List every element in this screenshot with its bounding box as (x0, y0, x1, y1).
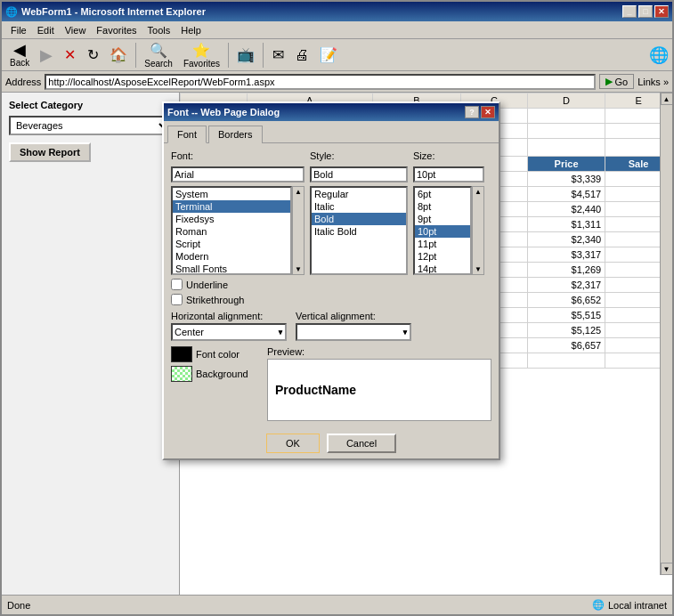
scroll-down[interactable]: ▼ (474, 264, 483, 274)
list-item[interactable]: System (173, 188, 290, 200)
font-list-scrollbar[interactable]: ▲ ▼ (292, 186, 305, 275)
stop-button[interactable]: ✕ (59, 44, 80, 66)
edit-button[interactable]: 📝 (315, 44, 342, 66)
font-color-row: Font color (171, 346, 260, 362)
preview-section: Preview: ProductName (267, 346, 491, 421)
menu-view[interactable]: View (60, 24, 92, 36)
tab-font[interactable]: Font (167, 126, 207, 143)
horiz-align-label: Horizontal alignment: (171, 311, 287, 321)
media-icon: 📺 (237, 46, 255, 63)
toolbar: ◀ Back ▶ ✕ ↻ 🏠 🔍 Search ⭐ Favorites 📺 (2, 39, 672, 71)
back-button[interactable]: ◀ Back (5, 39, 34, 70)
list-item[interactable]: Regular (312, 188, 406, 200)
menu-help[interactable]: Help (175, 24, 207, 36)
list-item[interactable]: 6pt (415, 188, 470, 200)
dialog-body: Font: Style: Size: (164, 143, 499, 428)
mail-icon: ✉ (272, 46, 284, 63)
size-list-scrollbar[interactable]: ▲ ▼ (472, 186, 484, 275)
separator3 (263, 43, 264, 68)
ok-button[interactable]: OK (266, 434, 320, 453)
dialog-tabs: Font Borders (164, 121, 499, 143)
list-item[interactable]: Italic (312, 200, 406, 213)
home-icon: 🏠 (110, 46, 127, 63)
list-item[interactable]: Italic Bold (312, 225, 406, 238)
search-button[interactable]: 🔍 Search (140, 39, 177, 71)
font-dialog: Font -- Web Page Dialog ? ✕ Font Borders (162, 101, 500, 460)
dialog-title: Font -- Web Page Dialog (167, 107, 280, 118)
font-listbox[interactable]: System Terminal Fixedsys Roman Script Mo… (171, 186, 292, 275)
maximize-button[interactable]: □ (638, 5, 653, 18)
list-item[interactable]: 9pt (415, 213, 470, 225)
size-input-col (413, 166, 484, 182)
strikethrough-checkbox[interactable] (171, 294, 183, 305)
font-color-box[interactable] (171, 346, 192, 362)
size-listbox[interactable]: 6pt 8pt 9pt 10pt 11pt 12pt 14pt 16pt 18p… (413, 186, 472, 275)
list-item[interactable]: 12pt (415, 250, 470, 263)
favorites-button[interactable]: ⭐ Favorites (179, 39, 224, 71)
font-listbox-wrapper: System Terminal Fixedsys Roman Script Mo… (171, 186, 305, 275)
window-title: WebForm1 - Microsoft Internet Explorer (21, 6, 622, 17)
style-listbox[interactable]: Regular Italic Bold Italic Bold (310, 186, 408, 275)
dialog-close-button[interactable]: ✕ (481, 106, 495, 118)
alignment-row: Horizontal alignment: Center Left Right … (171, 311, 491, 341)
menu-tools[interactable]: Tools (142, 24, 176, 36)
media-button[interactable]: 📺 (232, 44, 259, 66)
browser-window: 🌐 WebForm1 - Microsoft Internet Explorer… (0, 0, 674, 616)
statusbar: Done 🌐 Local intranet (2, 595, 672, 614)
main-content: Select Category Beverages Show Report A … (2, 93, 672, 595)
go-icon: ▶ (605, 76, 613, 87)
font-name-col: Font: (171, 150, 305, 163)
list-item[interactable]: Script (173, 238, 290, 250)
dialog-overlay: Font -- Web Page Dialog ? ✕ Font Borders (2, 93, 672, 595)
scroll-down[interactable]: ▼ (294, 264, 303, 274)
address-input[interactable] (45, 74, 596, 90)
scroll-up[interactable]: ▲ (474, 187, 483, 197)
background-color-box[interactable] (171, 366, 192, 382)
tab-borders[interactable]: Borders (208, 126, 263, 143)
list-item[interactable]: 10pt (415, 225, 470, 238)
list-item[interactable]: Small Fonts (173, 263, 290, 275)
dialog-help-button[interactable]: ? (465, 106, 479, 118)
preview-box: ProductName (267, 359, 491, 421)
font-inputs-row (171, 166, 491, 182)
cancel-button[interactable]: Cancel (327, 434, 396, 453)
menu-edit[interactable]: Edit (32, 24, 60, 36)
style-field-label: Style: (310, 150, 408, 161)
list-item[interactable]: Terminal (173, 200, 290, 213)
stop-icon: ✕ (64, 46, 76, 63)
dialog-buttons: OK Cancel (164, 428, 499, 458)
font-name-input[interactable] (171, 166, 305, 182)
refresh-button[interactable]: ↻ (82, 44, 103, 66)
print-button[interactable]: 🖨 (290, 45, 313, 66)
menu-favorites[interactable]: Favorites (91, 24, 142, 36)
go-button[interactable]: ▶ Go (599, 74, 634, 89)
style-input[interactable] (310, 166, 408, 182)
size-input[interactable] (413, 166, 484, 182)
close-button[interactable]: ✕ (654, 5, 669, 18)
list-item[interactable]: Bold (312, 213, 406, 225)
addressbar: Address ▶ Go Links » (2, 71, 672, 93)
list-item[interactable]: Modern (173, 250, 290, 263)
home-button[interactable]: 🏠 (105, 44, 132, 66)
menu-file[interactable]: File (5, 24, 32, 36)
list-item[interactable]: 14pt (415, 263, 470, 275)
font-labels-row: Font: Style: Size: (171, 150, 491, 163)
size-listbox-wrapper: 6pt 8pt 9pt 10pt 11pt 12pt 14pt 16pt 18p… (413, 186, 484, 275)
font-listboxes-row: System Terminal Fixedsys Roman Script Mo… (171, 186, 491, 275)
list-item[interactable]: 11pt (415, 238, 470, 250)
list-item[interactable]: Fixedsys (173, 213, 290, 225)
mail-button[interactable]: ✉ (267, 44, 288, 66)
list-item[interactable]: 8pt (415, 200, 470, 213)
horiz-align-select[interactable]: Center Left Right (171, 323, 287, 341)
scroll-up[interactable]: ▲ (294, 187, 303, 197)
vert-align-col: Vertical alignment: Top Middle Bottom ▼ (296, 311, 411, 341)
ie-logo: 🌐 (649, 45, 669, 65)
underline-checkbox[interactable] (171, 279, 183, 290)
font-list-wrapper: System Terminal Fixedsys Roman Script Mo… (171, 186, 305, 275)
style-list-wrapper: Regular Italic Bold Italic Bold (310, 186, 408, 275)
forward-button[interactable]: ▶ (36, 45, 57, 66)
list-item[interactable]: Roman (173, 225, 290, 238)
minimize-button[interactable]: _ (622, 5, 637, 18)
address-label: Address (5, 77, 41, 87)
vert-align-select[interactable]: Top Middle Bottom (296, 323, 411, 341)
